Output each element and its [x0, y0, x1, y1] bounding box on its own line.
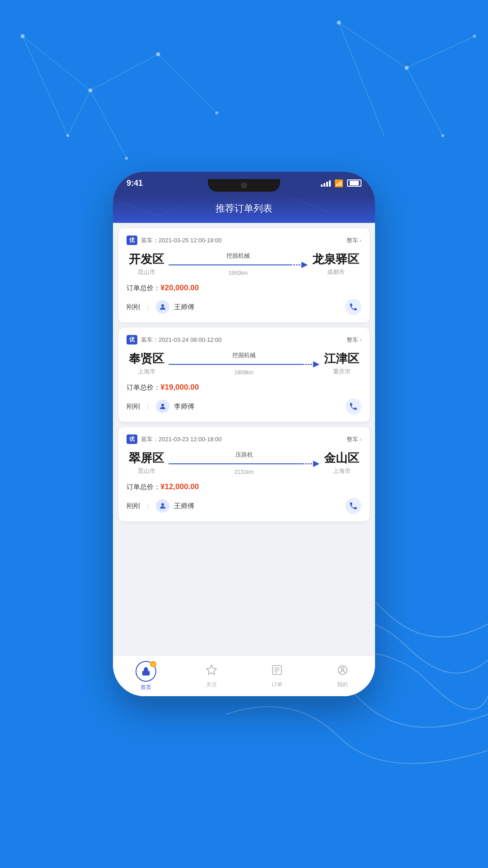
svg-point-10	[216, 112, 218, 114]
svg-line-3	[23, 36, 68, 136]
wifi-icon: 📶	[334, 179, 343, 188]
order-type-1: 整车 ›	[347, 236, 361, 245]
svg-line-21	[122, 202, 158, 216]
nav-label-mine: 我的	[337, 681, 348, 689]
driver-info-1: 刚刚 ｜ 王师傅	[127, 300, 194, 314]
card-header-3: 优 装车：2021-03-23 12:00-18:00 整车 ›	[127, 434, 361, 444]
grab-icon	[141, 666, 151, 676]
svg-point-17	[405, 66, 408, 70]
svg-line-4	[68, 90, 90, 136]
origin-1: 开发区 昆山市	[129, 251, 164, 276]
driver-row-2: 刚刚 ｜ 李师傅	[127, 398, 361, 415]
mine-icon	[337, 664, 348, 679]
priority-badge-3: 优	[127, 434, 137, 444]
bottom-navigation: ⚡ 首页 关注 订单 我的	[113, 656, 375, 696]
order-type-2: 整车 ›	[347, 336, 361, 344]
price-row-2: 订单总价： ¥19,000.00	[127, 383, 361, 392]
lightning-badge: ⚡	[150, 661, 156, 667]
route-section-1: 开发区 昆山市 挖掘机械 1950km 龙泉驿区 成都	[127, 251, 361, 276]
svg-point-19	[441, 134, 444, 137]
svg-point-7	[89, 89, 92, 92]
svg-line-22	[158, 206, 181, 216]
svg-rect-27	[142, 671, 150, 675]
order-card-2[interactable]: 优 装车：2021-03-24 08:00-12:00 整车 › 奉贤区 上海市…	[118, 328, 370, 422]
svg-line-13	[407, 36, 474, 68]
priority-badge-2: 优	[127, 335, 137, 344]
price-row-1: 订单总价： ¥20,000.00	[127, 283, 361, 292]
phone-frame: 9:41 📶	[113, 172, 375, 696]
svg-line-0	[23, 36, 90, 90]
route-middle-2: 挖掘机械 1809km	[164, 351, 324, 376]
svg-point-9	[66, 134, 69, 137]
phone-notch	[208, 179, 280, 192]
chevron-right-icon: ›	[360, 237, 361, 244]
order-list[interactable]: 优 装车：2021-03-25 12:00-18:00 整车 › 开发区 昆山市…	[113, 223, 375, 656]
chevron-right-icon-2: ›	[360, 337, 361, 343]
driver-row-3: 刚刚 ｜ 王师傅	[127, 498, 361, 514]
header-title: 推荐订单列表	[216, 202, 272, 215]
svg-point-11	[125, 157, 128, 160]
route-middle-3: 压路机 2131km	[164, 451, 324, 475]
driver-name-3: 王师傅	[174, 502, 194, 510]
nav-item-mine[interactable]: 我的	[310, 664, 375, 689]
driver-avatar-1	[156, 300, 169, 314]
svg-line-15	[339, 23, 384, 136]
battery-icon	[347, 179, 361, 187]
driver-avatar-3	[156, 499, 169, 513]
route-section-3: 翠屏区 昆山市 压路机 2131km 金山区 上海市	[127, 450, 361, 475]
order-card-1[interactable]: 优 装车：2021-03-25 12:00-18:00 整车 › 开发区 昆山市…	[118, 228, 370, 322]
call-button-2[interactable]	[345, 398, 361, 415]
price-amount-2: ¥19,000.00	[160, 383, 199, 392]
page-header: 推荐订单列表 抢好货 ▽	[113, 195, 375, 223]
destination-3: 金山区 上海市	[324, 450, 359, 475]
home-icon-wrap: ⚡	[136, 661, 156, 682]
nav-item-orders[interactable]: 订单	[244, 664, 310, 689]
svg-line-12	[339, 23, 407, 68]
svg-line-5	[90, 90, 127, 158]
header-right-action[interactable]: 抢好货 ▽	[334, 203, 364, 213]
svg-point-8	[156, 52, 160, 56]
svg-point-18	[473, 35, 476, 38]
order-card-3[interactable]: 优 装车：2021-03-23 12:00-18:00 整车 › 翠屏区 昆山市…	[118, 427, 370, 521]
card-header-2: 优 装车：2021-03-24 08:00-12:00 整车 ›	[127, 335, 361, 344]
card-header-1: 优 装车：2021-03-25 12:00-18:00 整车 ›	[127, 236, 361, 245]
call-button-3[interactable]	[345, 498, 361, 514]
follow-icon	[206, 664, 217, 679]
svg-line-1	[90, 54, 158, 90]
svg-point-25	[161, 404, 164, 406]
destination-1: 龙泉驿区 成都市	[312, 251, 359, 276]
svg-line-2	[158, 54, 217, 113]
call-button-1[interactable]	[345, 299, 361, 315]
orders-icon	[271, 664, 283, 679]
status-time: 9:41	[127, 179, 143, 188]
price-amount-3: ¥12,000.00	[160, 482, 199, 491]
svg-line-14	[407, 68, 443, 136]
order-type-3: 整车 ›	[347, 435, 361, 443]
driver-avatar-2	[156, 400, 169, 413]
svg-line-23	[294, 199, 330, 213]
route-middle-1: 挖掘机械 1950km	[164, 252, 312, 276]
svg-point-6	[21, 34, 24, 38]
origin-3: 翠屏区 昆山市	[129, 450, 164, 475]
driver-info-2: 刚刚 ｜ 李师傅	[127, 400, 194, 413]
filter-icon: ▽	[358, 204, 364, 212]
chevron-right-icon-3: ›	[360, 436, 361, 443]
svg-point-24	[161, 304, 164, 307]
price-row-3: 订单总价： ¥12,000.00	[127, 482, 361, 491]
svg-point-26	[161, 503, 164, 506]
load-time-2: 装车：2021-03-24 08:00-12:00	[141, 336, 222, 344]
destination-2: 江津区 重庆市	[324, 351, 359, 376]
nav-item-follow[interactable]: 关注	[178, 664, 244, 689]
priority-badge: 优	[127, 236, 137, 245]
svg-point-34	[341, 667, 344, 670]
load-time-3: 装车：2021-03-23 12:00-18:00	[141, 435, 222, 443]
nav-item-home[interactable]: ⚡ 首页	[113, 661, 178, 691]
route-section-2: 奉贤区 上海市 挖掘机械 1809km 江津区 重庆市	[127, 351, 361, 376]
nav-label-home: 首页	[141, 684, 151, 691]
nav-label-orders: 订单	[272, 681, 282, 689]
nav-label-follow: 关注	[206, 681, 217, 689]
driver-name-2: 李师傅	[174, 402, 194, 411]
signal-icon	[321, 179, 331, 187]
status-icons: 📶	[321, 179, 361, 188]
svg-marker-28	[206, 665, 216, 675]
